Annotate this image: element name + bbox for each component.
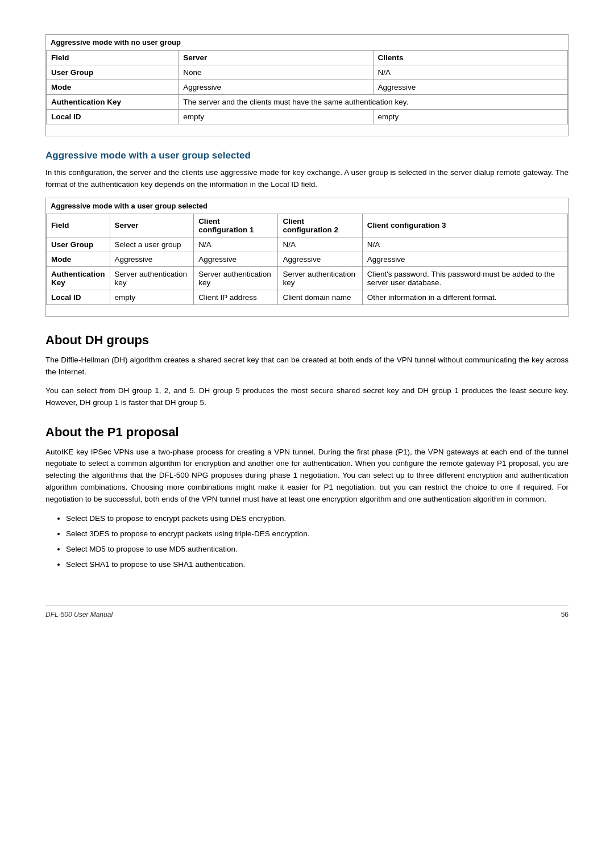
- field-value: Aggressive: [110, 252, 194, 266]
- field-value: Server authentication key: [194, 266, 278, 290]
- about-dh-para1: The Diffie-Hellman (DH) algorithm create…: [45, 354, 569, 378]
- about-p1-para: AutoIKE key IPSec VPNs use a two-phase p…: [45, 446, 569, 506]
- table1-caption: Aggressive mode with no user group: [46, 35, 568, 51]
- table-row: User Group None N/A: [47, 65, 568, 80]
- table2-col-config3: Client configuration 3: [362, 214, 567, 237]
- aggressive-user-group-heading: Aggressive mode with a user group select…: [45, 150, 569, 161]
- footer-page: 56: [561, 611, 569, 619]
- table2-caption: Aggressive mode with a user group select…: [46, 198, 568, 214]
- field-server-value: empty: [179, 110, 373, 124]
- page-footer: DFL-500 User Manual 56: [45, 606, 569, 619]
- field-value: Aggressive: [194, 252, 278, 266]
- field-label: User Group: [47, 65, 179, 80]
- table-row: Mode Aggressive Aggressive: [47, 80, 568, 95]
- field-label: Local ID: [47, 290, 110, 304]
- field-clients-value: empty: [373, 110, 567, 124]
- field-label: Local ID: [47, 110, 179, 124]
- page-content: Aggressive mode with no user group Field…: [45, 34, 569, 619]
- list-item: Select MD5 to propose to use MD5 authent…: [66, 543, 569, 556]
- list-item: Select 3DES to propose to encrypt packet…: [66, 528, 569, 541]
- field-value: N/A: [278, 237, 362, 252]
- list-item: Select DES to propose to encrypt packets…: [66, 512, 569, 525]
- field-value: Select a user group: [110, 237, 194, 252]
- field-value: Aggressive: [362, 252, 567, 266]
- field-span-value: The server and the clients must have the…: [179, 95, 568, 110]
- field-label: User Group: [47, 237, 110, 252]
- table-row: Authentication Key The server and the cl…: [47, 95, 568, 110]
- table2-wrapper: Aggressive mode with a user group select…: [45, 198, 569, 317]
- field-value: Server authentication key: [110, 266, 194, 290]
- field-label: Authentication Key: [47, 95, 179, 110]
- field-label: Mode: [47, 252, 110, 266]
- aggressive-user-group-para: In this configuration, the server and th…: [45, 167, 569, 191]
- field-value: N/A: [194, 237, 278, 252]
- table1-col-field: Field: [47, 51, 179, 65]
- field-value: Client domain name: [278, 290, 362, 304]
- about-dh-para2: You can select from DH group 1, 2, and 5…: [45, 385, 569, 409]
- table1-header-row: Field Server Clients: [47, 51, 568, 65]
- field-clients-value: N/A: [373, 65, 567, 80]
- list-item: Select SHA1 to propose to use SHA1 authe…: [66, 558, 569, 571]
- field-value: Client IP address: [194, 290, 278, 304]
- table2: Field Server Clientconfiguration 1 Clien…: [46, 214, 568, 305]
- field-server-value: None: [179, 65, 373, 80]
- table2-col-field: Field: [47, 214, 110, 237]
- table2-col-config2: Clientconfiguration 2: [278, 214, 362, 237]
- field-label: AuthenticationKey: [47, 266, 110, 290]
- table1-col-clients: Clients: [373, 51, 567, 65]
- field-value: empty: [110, 290, 194, 304]
- field-value: Other information in a different format.: [362, 290, 567, 304]
- p1-bullet-list: Select DES to propose to encrypt packets…: [66, 512, 569, 571]
- table1: Field Server Clients User Group None N/A…: [46, 51, 568, 124]
- table2-col-config1: Clientconfiguration 1: [194, 214, 278, 237]
- table-row: Local ID empty Client IP address Client …: [47, 290, 568, 304]
- field-server-value: Aggressive: [179, 80, 373, 95]
- field-value: N/A: [362, 237, 567, 252]
- field-value: Aggressive: [278, 252, 362, 266]
- about-p1-heading: About the P1 proposal: [45, 425, 569, 440]
- about-dh-heading: About DH groups: [45, 333, 569, 348]
- field-label: Mode: [47, 80, 179, 95]
- table-row: Local ID empty empty: [47, 110, 568, 124]
- table-row: User Group Select a user group N/A N/A N…: [47, 237, 568, 252]
- footer-manual: DFL-500 User Manual: [45, 611, 113, 619]
- table1-wrapper: Aggressive mode with no user group Field…: [45, 34, 569, 136]
- table-row: AuthenticationKey Server authentication …: [47, 266, 568, 290]
- field-clients-value: Aggressive: [373, 80, 567, 95]
- table1-col-server: Server: [179, 51, 373, 65]
- field-value: Server authentication key: [278, 266, 362, 290]
- field-value: Client's password. This password must be…: [362, 266, 567, 290]
- table2-col-server: Server: [110, 214, 194, 237]
- table-row: Mode Aggressive Aggressive Aggressive Ag…: [47, 252, 568, 266]
- table2-header-row: Field Server Clientconfiguration 1 Clien…: [47, 214, 568, 237]
